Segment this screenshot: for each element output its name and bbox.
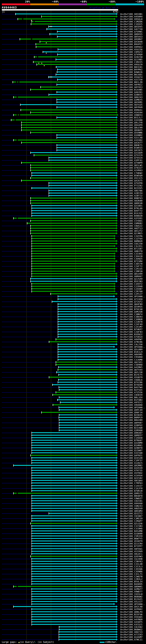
hit-label[interactable]: UniRef100_A2BYZ4 bbox=[120, 192, 143, 194]
hit-label[interactable]: UniRef100_C2QF83 bbox=[120, 330, 143, 333]
hit-label[interactable]: UniRef100_C1XJF8 bbox=[120, 487, 143, 490]
hit-bar[interactable] bbox=[58, 54, 116, 55]
hit-bar[interactable] bbox=[31, 281, 116, 282]
hit-label[interactable]: UniRef100_B0CE01 bbox=[120, 66, 143, 68]
hit-bar[interactable] bbox=[57, 137, 116, 138]
hit-label[interactable]: UniRef100_Q0DEU8 bbox=[120, 202, 143, 204]
hit-label[interactable]: UniRef100_C6QQL6 bbox=[120, 378, 143, 381]
hit-label[interactable]: UniRef100_A2CCX8 bbox=[120, 136, 143, 139]
hit-label[interactable]: UniRef100_C1XQS8 bbox=[120, 436, 143, 439]
hit-label[interactable]: UniRef100_Q7U9W1 bbox=[120, 30, 143, 33]
hit-label[interactable]: UniRef100_C2X1M7 bbox=[120, 326, 143, 328]
hit-label[interactable]: UniRef100_Q7UZP8 bbox=[120, 182, 143, 184]
hit-bar[interactable] bbox=[58, 344, 116, 345]
hit-label[interactable]: UniRef100_Q14GM7 bbox=[120, 636, 143, 638]
hit-bar[interactable] bbox=[49, 26, 116, 27]
hit-bar[interactable] bbox=[32, 530, 116, 531]
hit-bar[interactable] bbox=[32, 435, 116, 436]
hit-label[interactable]: UniRef100_A8IAN1 bbox=[120, 13, 143, 15]
hit-label[interactable]: UniRef100_Q5ENN6 bbox=[120, 131, 143, 134]
hit-bar[interactable] bbox=[57, 134, 116, 136]
hit-bar[interactable] bbox=[32, 526, 116, 526]
hit-bar[interactable] bbox=[32, 568, 116, 569]
hit-label[interactable]: UniRef100_A0RH67 bbox=[120, 275, 143, 278]
hit-label[interactable]: UniRef100_C3I4H3 bbox=[120, 252, 143, 255]
hit-label[interactable]: UniRef100_A8G7B6 bbox=[120, 190, 143, 192]
hit-label[interactable]: UniRef100_Q65J38 bbox=[120, 371, 143, 374]
hit-bar[interactable] bbox=[32, 276, 116, 277]
hit-label[interactable]: UniRef100_B9RDA1 bbox=[120, 109, 143, 111]
hit-label[interactable]: UniRef100_A5C1C5 bbox=[120, 177, 143, 179]
hit-bar[interactable] bbox=[32, 485, 116, 486]
hit-label[interactable]: UniRef100_Q3Z8M9 bbox=[120, 442, 143, 444]
hit-bar[interactable] bbox=[49, 94, 116, 95]
hit-label[interactable]: UniRef100_A7Z556 bbox=[120, 391, 143, 394]
hit-label[interactable]: UniRef100_B1X4N5 bbox=[120, 88, 143, 91]
hit-label[interactable]: UniRef100_A2XR63 bbox=[120, 169, 143, 172]
hit-bar[interactable] bbox=[31, 556, 116, 557]
hit-label[interactable]: UniRef100_O20250 bbox=[120, 56, 143, 58]
hit-bar[interactable] bbox=[49, 157, 116, 158]
hit-bar[interactable] bbox=[58, 346, 113, 347]
hit-label[interactable]: UniRef100_B0CLZ0 bbox=[120, 81, 143, 84]
hit-bar[interactable] bbox=[59, 629, 116, 630]
hit-bar[interactable] bbox=[32, 258, 114, 259]
hit-label[interactable]: UniRef100_A5GB79 bbox=[120, 376, 143, 378]
hit-bar[interactable] bbox=[32, 624, 116, 625]
hit-bar[interactable] bbox=[32, 21, 116, 22]
hit-label[interactable]: UniRef100_Q72GF2 bbox=[120, 300, 143, 303]
hit-bar[interactable] bbox=[57, 372, 116, 372]
hit-bar[interactable] bbox=[32, 516, 116, 516]
hit-label[interactable]: UniRef100_Q2MGF7 bbox=[120, 588, 143, 590]
hit-bar[interactable] bbox=[57, 147, 116, 148]
hit-bar[interactable] bbox=[49, 192, 116, 194]
hit-bar[interactable] bbox=[57, 99, 116, 100]
hit-label[interactable]: UniRef100_C3CL71 bbox=[120, 573, 143, 575]
hit-bar[interactable] bbox=[59, 417, 116, 418]
hit-bar[interactable] bbox=[22, 142, 116, 143]
hit-label[interactable]: UniRef100_Q6TV44 bbox=[120, 368, 143, 371]
hit-label[interactable]: UniRef100_B5ULI4 bbox=[120, 580, 143, 583]
hit-label[interactable]: UniRef100_Q062X3 bbox=[120, 96, 143, 98]
hit-label[interactable]: UniRef100_A3CQJ1 bbox=[120, 623, 143, 626]
hit-label[interactable]: UniRef100_Q9LZY8 bbox=[120, 121, 143, 124]
hit-bar[interactable] bbox=[56, 74, 116, 75]
hit-bar[interactable] bbox=[59, 374, 116, 375]
hit-bar[interactable] bbox=[56, 364, 116, 365]
hit-label[interactable]: UniRef100_A9BD53 bbox=[120, 114, 143, 116]
hit-bar[interactable] bbox=[32, 538, 116, 539]
hit-bar[interactable] bbox=[32, 271, 114, 272]
hit-bar[interactable] bbox=[32, 482, 116, 484]
hit-bar[interactable] bbox=[59, 425, 116, 426]
hit-bar[interactable] bbox=[32, 288, 114, 289]
hit-label[interactable]: UniRef100_B1FQN3 bbox=[120, 399, 143, 401]
hit-bar[interactable] bbox=[59, 397, 116, 398]
hit-label[interactable]: UniRef100_A4IMK5 bbox=[120, 366, 143, 368]
hit-bar[interactable] bbox=[31, 455, 116, 456]
hit-bar[interactable] bbox=[11, 120, 116, 120]
hit-label[interactable]: UniRef100_C1C8K6 bbox=[120, 527, 143, 530]
hit-label[interactable]: UniRef100_Q4FN31 bbox=[120, 454, 143, 457]
hit-bar[interactable] bbox=[36, 46, 116, 47]
hit-bar[interactable] bbox=[31, 89, 116, 90]
hit-bar[interactable] bbox=[31, 203, 116, 204]
hit-bar[interactable] bbox=[59, 632, 116, 632]
hit-bar[interactable] bbox=[58, 331, 116, 332]
hit-bar[interactable] bbox=[58, 314, 116, 314]
hit-bar[interactable] bbox=[31, 233, 116, 234]
hit-bar[interactable] bbox=[59, 367, 116, 368]
hit-bar[interactable] bbox=[40, 41, 116, 42]
hit-bar[interactable] bbox=[31, 225, 116, 226]
hit-label[interactable]: UniRef100_B6BWG2 bbox=[120, 628, 143, 631]
hit-label[interactable]: UniRef100_C0PQ72 bbox=[120, 51, 143, 53]
hit-bar[interactable] bbox=[59, 410, 116, 410]
hit-bar[interactable] bbox=[14, 493, 116, 494]
hit-label[interactable]: UniRef100_B7DRJ0 bbox=[120, 490, 143, 492]
hit-label[interactable]: UniRef100_Q4MJU8 bbox=[120, 310, 143, 313]
hit-label[interactable]: UniRef100_C3BN74 bbox=[120, 313, 143, 316]
hit-label[interactable]: UniRef100_A0ZK80 bbox=[120, 200, 143, 202]
hit-bar[interactable] bbox=[14, 97, 116, 98]
hit-bar[interactable] bbox=[32, 442, 116, 443]
hit-label[interactable]: UniRef100_A4IWY5 bbox=[120, 621, 143, 623]
hit-label[interactable]: UniRef100_Q43848 bbox=[120, 40, 143, 43]
